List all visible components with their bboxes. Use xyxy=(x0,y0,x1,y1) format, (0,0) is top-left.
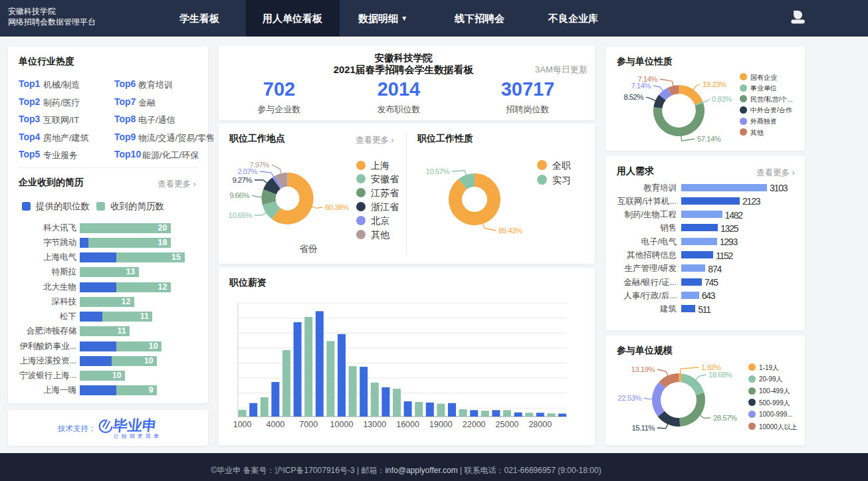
svg-text:18.68%: 18.68% xyxy=(708,371,732,379)
svg-text:28.57%: 28.57% xyxy=(713,414,737,422)
svg-text:60.38%: 60.38% xyxy=(325,203,349,211)
svg-text:13.19%: 13.19% xyxy=(631,365,655,373)
svg-text:4000: 4000 xyxy=(266,420,284,429)
svg-text:13000: 13000 xyxy=(363,420,386,429)
svg-text:19.23%: 19.23% xyxy=(703,80,726,88)
svg-text:9.27%: 9.27% xyxy=(232,176,252,184)
svg-text:8.52%: 8.52% xyxy=(623,93,643,101)
svg-text:9.66%: 9.66% xyxy=(229,191,249,199)
svg-text:22000: 22000 xyxy=(463,420,486,429)
svg-text:57.14%: 57.14% xyxy=(697,135,721,143)
svg-text:10.57%: 10.57% xyxy=(426,167,450,175)
svg-text:10000: 10000 xyxy=(330,420,354,429)
svg-text:省份: 省份 xyxy=(299,243,318,254)
svg-text:0.83%: 0.83% xyxy=(712,95,732,103)
svg-text:7.97%: 7.97% xyxy=(249,161,269,169)
svg-text:7.14%: 7.14% xyxy=(637,75,657,83)
svg-text:15.11%: 15.11% xyxy=(631,424,655,432)
svg-text:10.65%: 10.65% xyxy=(229,211,253,219)
svg-text:19000: 19000 xyxy=(429,420,453,429)
svg-text:22.53%: 22.53% xyxy=(618,394,642,402)
svg-text:25000: 25000 xyxy=(496,420,519,429)
svg-text:1000: 1000 xyxy=(233,420,252,429)
svg-text:16000: 16000 xyxy=(396,420,419,429)
svg-text:7000: 7000 xyxy=(299,420,318,429)
svg-text:28000: 28000 xyxy=(528,420,552,429)
svg-text:89.43%: 89.43% xyxy=(498,227,522,235)
